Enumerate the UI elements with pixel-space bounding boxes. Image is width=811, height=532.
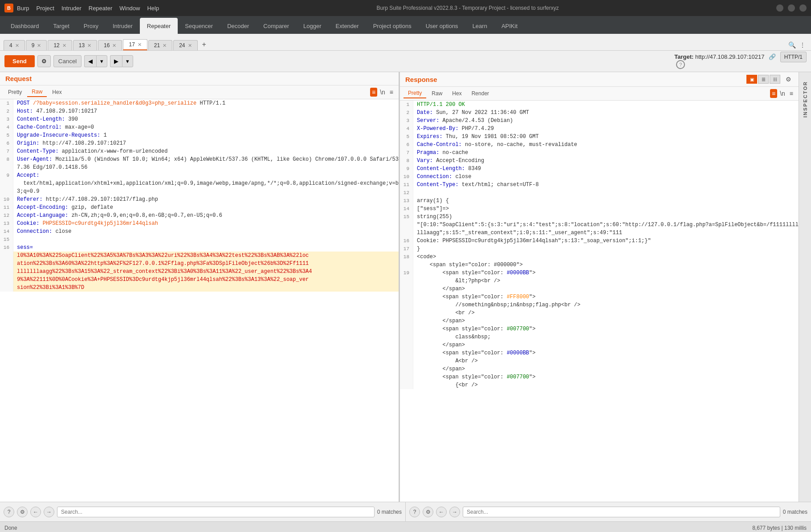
response-forward-button[interactable]: → <box>449 507 460 517</box>
window-controls: — □ ✕ <box>776 4 807 12</box>
tab-target[interactable]: Target <box>46 18 77 34</box>
response-format-icon[interactable]: ≡ <box>770 89 777 98</box>
close-tab-12[interactable]: ✕ <box>62 43 66 49</box>
repeater-tab-9[interactable]: 9 ✕ <box>26 40 47 50</box>
send-button[interactable]: Send <box>4 55 35 67</box>
tab-repeater[interactable]: Repeater <box>140 18 178 34</box>
minimize-button[interactable]: — <box>776 4 783 12</box>
response-back-button[interactable]: ← <box>436 507 447 517</box>
repeater-tab-24[interactable]: 24 ✕ <box>173 40 197 50</box>
menu-intruder[interactable]: Intruder <box>61 5 82 12</box>
close-tab-24[interactable]: ✕ <box>188 43 192 49</box>
close-tab-4[interactable]: ✕ <box>15 43 19 49</box>
request-tab-pretty[interactable]: Pretty <box>4 88 26 97</box>
line-content: Cookie: PHPSESSID=c9urdtg4kjp5jl36mrl44q… <box>413 237 799 245</box>
line-content: </span> <box>413 365 799 373</box>
tab-extender[interactable]: Extender <box>329 18 366 34</box>
view-split-icon[interactable]: ▣ <box>746 75 757 84</box>
response-wrap-icon[interactable]: ≡ <box>788 89 795 98</box>
http-version-badge[interactable]: HTTP/1 <box>780 52 807 62</box>
response-tab-raw[interactable]: Raw <box>427 89 447 98</box>
menu-help[interactable]: Help <box>147 5 159 12</box>
line-number: 5 <box>400 133 413 141</box>
menu-window[interactable]: Window <box>119 5 140 12</box>
line-number: 6 <box>0 139 13 147</box>
status-text: Done <box>4 525 17 531</box>
response-settings-button[interactable]: ⚙ <box>423 507 433 517</box>
tab-dashboard[interactable]: Dashboard <box>4 18 46 34</box>
response-settings-icon[interactable]: ⚙ <box>784 75 793 84</box>
back-dropdown[interactable]: ▾ <box>96 55 107 67</box>
menu-repeater[interactable]: Repeater <box>89 5 112 12</box>
line-number: 13 <box>400 197 413 205</box>
tab-logger[interactable]: Logger <box>296 18 328 34</box>
cancel-button[interactable]: Cancel <box>53 55 82 67</box>
maximize-button[interactable]: □ <box>788 4 795 12</box>
request-help-button[interactable]: ? <box>4 507 14 517</box>
view-horizontal-icon[interactable]: ☰ <box>758 75 769 84</box>
repeater-tab-16[interactable]: 16 ✕ <box>98 40 122 50</box>
search-icon[interactable]: 🔍 <box>787 40 798 50</box>
send-options-button[interactable]: ⚙ <box>37 55 51 67</box>
line-number: 10 <box>400 173 413 181</box>
response-tab-render[interactable]: Render <box>467 89 493 98</box>
response-newlines-icon[interactable]: \n <box>778 89 787 98</box>
close-button[interactable]: ✕ <box>799 4 807 12</box>
tab-decoder[interactable]: Decoder <box>220 18 256 34</box>
forward-dropdown[interactable]: ▾ <box>122 55 133 67</box>
request-newlines-icon[interactable]: \n <box>378 88 387 97</box>
response-line-19i: class&nbsp; <box>400 333 799 341</box>
tab-intruder[interactable]: Intruder <box>106 18 140 34</box>
request-tab-raw[interactable]: Raw <box>27 87 47 97</box>
tab-comparer[interactable]: Comparer <box>256 18 296 34</box>
line-content: Pragma: no-cache <box>413 149 799 157</box>
response-search-input[interactable] <box>463 507 780 517</box>
menu-burp[interactable]: Burp <box>17 5 29 12</box>
request-back-button[interactable]: ← <box>30 507 41 517</box>
menu-project[interactable]: Project <box>36 5 54 12</box>
back-button[interactable]: ◀ <box>84 55 96 67</box>
repeater-tab-4[interactable]: 4 ✕ <box>4 40 25 50</box>
response-tab-hex[interactable]: Hex <box>448 89 466 98</box>
line-number <box>400 357 413 365</box>
request-code-area[interactable]: 1 POST /?baby=session.serialize_handler&… <box>0 99 399 502</box>
request-search-input[interactable] <box>57 507 375 517</box>
close-tab-16[interactable]: ✕ <box>112 43 116 49</box>
forward-button[interactable]: ▶ <box>110 55 122 67</box>
line-number: 4 <box>400 125 413 133</box>
add-tab-button[interactable]: + <box>199 39 210 50</box>
repeater-tab-12[interactable]: 12 ✕ <box>48 40 72 50</box>
close-tab-13[interactable]: ✕ <box>87 43 91 49</box>
response-code-area[interactable]: 1 HTTP/1.1 200 OK 2 Date: Sun, 27 Nov 20… <box>400 101 799 502</box>
line-content: <span style="color: #007700"> <box>413 373 799 381</box>
request-tab-hex[interactable]: Hex <box>48 88 66 97</box>
request-line-5: 5 Upgrade-Insecure-Requests: 1 <box>0 131 399 139</box>
request-format-icon[interactable]: ≡ <box>370 88 377 97</box>
tab-apikit[interactable]: APIKit <box>494 18 525 34</box>
repeater-tab-17[interactable]: 17 ✕ <box>123 39 147 50</box>
tab-learn[interactable]: Learn <box>465 18 494 34</box>
tab-project-options[interactable]: Project options <box>366 18 419 34</box>
line-number: 2 <box>0 107 13 115</box>
request-settings-button[interactable]: ⚙ <box>17 507 28 517</box>
inspector-sidebar: INSPECTOR <box>799 72 811 502</box>
response-tab-pretty[interactable]: Pretty <box>403 89 426 98</box>
request-forward-button[interactable]: → <box>44 507 54 517</box>
help-icon[interactable]: ? <box>676 60 685 69</box>
view-vertical-icon[interactable]: ☷ <box>770 75 780 84</box>
response-help-button[interactable]: ? <box>409 507 420 517</box>
tab-user-options[interactable]: User options <box>419 18 465 34</box>
line-content: } <box>413 245 799 253</box>
tab-sequencer[interactable]: Sequencer <box>178 18 220 34</box>
repeater-tab-21[interactable]: 21 ✕ <box>148 40 172 50</box>
response-subtab-icons: ≡ \n ≡ <box>770 89 795 98</box>
more-options-icon[interactable]: ⋮ <box>798 40 807 50</box>
request-wrap-icon[interactable]: ≡ <box>388 88 395 97</box>
close-tab-9[interactable]: ✕ <box>37 43 41 49</box>
link-icon[interactable]: 🔗 <box>769 53 776 60</box>
line-content: Cache-Control: no-store, no-cache, must-… <box>413 141 799 149</box>
repeater-tab-13[interactable]: 13 ✕ <box>73 40 97 50</box>
close-tab-17[interactable]: ✕ <box>138 42 142 48</box>
tab-proxy[interactable]: Proxy <box>77 18 106 34</box>
close-tab-21[interactable]: ✕ <box>163 43 167 49</box>
